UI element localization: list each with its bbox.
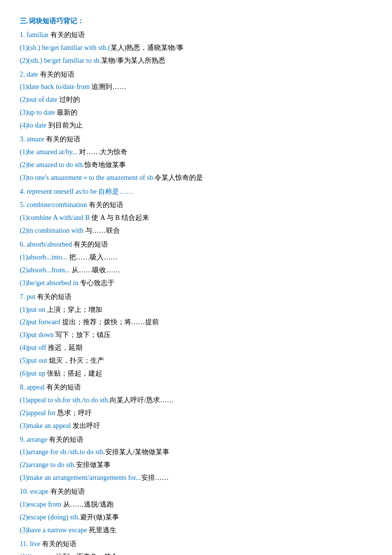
section-11-number: 11. [20,540,30,548]
section-7-number: 7. [20,293,27,300]
section-8-item-1: (1)appeal to sb.for sth./to do sth.向某人呼吁… [20,394,372,407]
section-4-number: 4. [20,188,27,195]
section-11-word: live [30,540,42,548]
section-6-word: absorb/absorbed [27,241,74,248]
main-content: 三.词块短语巧背记： 1. familiar 有关的短语(1)(sb.) be/… [20,15,372,555]
section-1-item-1: (1)(sb.) be/get familiar with sth.(某人)熟悉… [20,42,372,54]
section-10-header: 10. escape 有关的短语 [20,485,372,498]
section-11-item-1: (1)live up to 达到；不辜负；符合 [20,551,372,555]
section-7-item-5: (5)put out 熄灭，扑灭；生产 [20,354,372,367]
section-7-item-1: (1)put on 上演；穿上；增加 [20,303,372,316]
section-8-item-2: (2)appeal for 恳求；呼吁 [20,407,372,420]
section-3: 3. amaze 有关的短语(1)be amazed at/by... 对……大… [20,133,372,184]
section-1-header: 1. familiar 有关的短语 [20,29,372,42]
section-9-word: arrange [27,436,49,443]
section-3-item-3: (3)to one's amazement＝to the amazement o… [20,171,372,184]
section-3-item-2: (2)be amazed to do sth.惊奇地做某事 [20,159,372,171]
section-5-item-1: (1)combine A with/and B 使 A 与 B 结合起来 [20,212,372,224]
section-10-label: 有关的短语 [50,488,85,495]
section-2-number: 2. [20,71,27,78]
section-6-label: 有关的短语 [74,241,108,248]
section-8-label: 有关的短语 [46,384,81,391]
section-7-label: 有关的短语 [37,293,72,300]
section-1-word: familiar [27,31,50,39]
section-6-item-3: (3)be/get absorbed in 专心致志于 [20,277,372,290]
section-2-label: 有关的短语 [40,71,75,78]
section-9-item-3: (3)make an arrangement/arrangements for.… [20,471,372,484]
section-4: 4. represent oneself as/to be 自称是…… [20,185,372,198]
section-9-item-2: (2)arrange to do sth.安排做某事 [20,459,372,471]
section-2-item-1: (1)date back to/date from 追溯到…… [20,81,372,93]
section-3-number: 3. [20,135,27,143]
section-8-item-3: (3)make an appeal 发出呼吁 [20,420,372,432]
section-3-header: 3. amaze 有关的短语 [20,133,372,146]
section-1: 1. familiar 有关的短语(1)(sb.) be/get familia… [20,29,372,67]
section-7-item-4: (4)put off 推迟，延期 [20,342,372,354]
section-6: 6. absorb/absorbed 有关的短语(1)absorb...into… [20,238,372,290]
section-6-number: 6. [20,241,27,248]
section-2-item-3: (3)up to date 最新的 [20,106,372,119]
section-4-word: represent oneself as/to be 自称是…… [27,188,133,195]
section-3-word: amaze [27,135,46,143]
section-6-item-1: (1)absorb...into... 把……吸入…… [20,251,372,264]
section-5: 5. combine/combination 有关的短语(1)combine A… [20,199,372,237]
main-title: 三.词块短语巧背记： [20,15,372,28]
section-2-word: date [27,71,40,78]
section-7-item-6: (6)put up 张贴；搭起，建起 [20,367,372,380]
section-3-label: 有关的短语 [46,135,80,143]
section-9: 9. arrange 有关的短语(1)arrange for sb./sth.t… [20,433,372,485]
section-2-item-2: (2)out of date 过时的 [20,93,372,106]
section-2-header: 2. date 有关的短语 [20,68,372,81]
section-10-item-3: (3)have a narrow escape 死里逃生 [20,524,372,537]
section-8: 8. appeal 有关的短语(1)appeal to sb.for sth./… [20,381,372,432]
section-6-item-2: (2)absorb...from... 从……吸收…… [20,264,372,277]
section-10-item-2: (2)escape (doing) sth.避开(做)某事 [20,511,372,524]
section-5-word: combine/combination [27,201,89,209]
section-9-label: 有关的短语 [49,436,83,443]
section-1-number: 1. [20,31,27,39]
section-5-number: 5. [20,201,27,209]
section-8-header: 8. appeal 有关的短语 [20,381,372,394]
section-11-label: 有关的短语 [42,540,77,548]
section-9-header: 9. arrange 有关的短语 [20,433,372,446]
section-3-item-1: (1)be amazed at/by... 对……大为惊奇 [20,146,372,159]
section-7-item-3: (3)put down 写下；放下；镇压 [20,329,372,342]
section-9-item-1: (1)arrange for sb./sth.to do sth.安排某人/某物… [20,446,372,459]
section-1-item-2: (2)(sth.) be/get familiar to sb.某物/事为某人所… [20,54,372,67]
section-10: 10. escape 有关的短语(1)escape from 从……逃脱/逃跑(… [20,485,372,537]
section-11: 11. live 有关的短语(1)live up to 达到；不辜负；符合(2)… [20,538,372,555]
section-7-header: 7. put 有关的短语 [20,291,372,303]
section-10-item-1: (1)escape from 从……逃脱/逃跑 [20,498,372,511]
section-7-word: put [27,293,37,300]
section-5-item-2: (2)in combination with 与……联合 [20,224,372,237]
section-8-number: 8. [20,384,27,391]
section-10-number: 10. [20,488,30,495]
section-7: 7. put 有关的短语(1)put on 上演；穿上；增加(2)put for… [20,291,372,380]
section-2-item-4: (4)to date 到目前为止 [20,119,372,132]
sections-container: 1. familiar 有关的短语(1)(sb.) be/get familia… [20,29,372,555]
section-7-item-2: (2)put forward 提出；推荐；拨快；将……提前 [20,316,372,329]
section-6-header: 6. absorb/absorbed 有关的短语 [20,238,372,251]
section-10-word: escape [30,488,50,495]
section-11-header: 11. live 有关的短语 [20,538,372,551]
section-5-header: 5. combine/combination 有关的短语 [20,199,372,212]
section-5-label: 有关的短语 [89,201,123,209]
section-9-number: 9. [20,436,27,443]
section-8-word: appeal [27,384,46,391]
section-4-header: 4. represent oneself as/to be 自称是…… [20,185,372,198]
section-1-label: 有关的短语 [50,31,85,39]
section-2: 2. date 有关的短语(1)date back to/date from 追… [20,68,372,132]
